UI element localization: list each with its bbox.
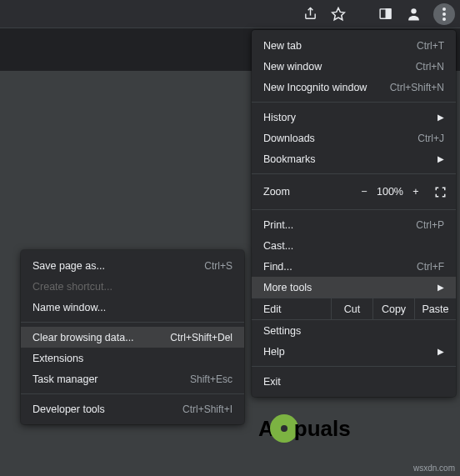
watermark-text: wsxdn.com — [413, 463, 455, 473]
menu-label: New window — [263, 61, 322, 73]
menu-shortcut: Ctrl+T — [417, 40, 444, 52]
fullscreen-icon[interactable] — [428, 186, 452, 198]
menu-label: Cast... — [263, 240, 293, 252]
svg-point-4 — [442, 8, 446, 11]
submenu-save-page[interactable]: Save page as... Ctrl+S — [21, 255, 244, 276]
svg-point-5 — [442, 13, 446, 16]
menu-new-incognito[interactable]: New Incognito window Ctrl+Shift+N — [252, 77, 456, 98]
menu-separator — [252, 366, 456, 367]
chevron-right-icon: ▶ — [438, 154, 444, 163]
menu-shortcut: Ctrl+Shift+Del — [170, 332, 232, 343]
submenu-extensions[interactable]: Extensions — [21, 348, 244, 368]
menu-history[interactable]: History ▶ — [252, 107, 456, 128]
menu-help[interactable]: Help ▶ — [252, 341, 456, 362]
edit-label: Edit — [252, 298, 331, 319]
menu-label: Help — [263, 346, 285, 358]
brand-text: puals — [294, 416, 351, 442]
menu-label: Create shortcut... — [32, 281, 112, 293]
menu-shortcut: Shift+Esc — [190, 373, 232, 385]
menu-shortcut: Ctrl+F — [417, 261, 444, 273]
zoom-value: 100% — [376, 182, 404, 202]
menu-shortcut: Ctrl+N — [416, 61, 444, 73]
menu-find[interactable]: Find... Ctrl+F — [252, 256, 456, 277]
menu-label: Name window... — [32, 302, 106, 313]
menu-label: History — [263, 112, 296, 123]
menu-label: Settings — [263, 325, 301, 337]
menu-edit-row: Edit Cut Copy Paste — [252, 298, 456, 320]
svg-point-6 — [442, 18, 446, 21]
menu-more-tools[interactable]: More tools ▶ — [252, 277, 456, 298]
brand-logo: A puals — [258, 414, 351, 443]
submenu-clear-browsing-data[interactable]: Clear browsing data... Ctrl+Shift+Del — [21, 327, 244, 348]
menu-label: Find... — [263, 261, 292, 273]
submenu-name-window[interactable]: Name window... — [21, 297, 244, 318]
menu-separator — [21, 322, 244, 323]
share-icon[interactable] — [302, 6, 318, 23]
menu-separator — [252, 102, 456, 103]
menu-label: Developer tools — [32, 403, 105, 415]
menu-label: Task manager — [32, 373, 98, 385]
menu-shortcut: Ctrl+Shift+N — [390, 82, 444, 93]
more-tools-submenu: Save page as... Ctrl+S Create shortcut..… — [21, 250, 244, 424]
menu-label: New Incognito window — [263, 82, 367, 93]
chevron-right-icon: ▶ — [438, 113, 444, 122]
menu-label: Exit — [263, 376, 281, 388]
menu-downloads[interactable]: Downloads Ctrl+J — [252, 128, 456, 148]
menu-shortcut: Ctrl+S — [204, 260, 232, 272]
bookmark-star-icon[interactable] — [330, 6, 347, 23]
submenu-developer-tools[interactable]: Developer tools Ctrl+Shift+I — [21, 398, 244, 419]
svg-rect-2 — [386, 9, 391, 18]
menu-label: Bookmarks — [263, 153, 316, 165]
zoom-in-button[interactable]: + — [404, 186, 428, 198]
browser-toolbar — [0, 0, 460, 28]
menu-bookmarks[interactable]: Bookmarks ▶ — [252, 148, 456, 169]
menu-zoom-row: Zoom − 100% + — [252, 178, 456, 205]
zoom-label: Zoom — [263, 186, 352, 198]
chevron-right-icon: ▶ — [438, 283, 444, 292]
menu-shortcut: Ctrl+Shift+I — [182, 403, 232, 415]
sidepanel-icon[interactable] — [377, 6, 393, 23]
menu-label: Print... — [263, 219, 293, 231]
menu-label: Clear browsing data... — [32, 332, 134, 343]
menu-new-tab[interactable]: New tab Ctrl+T — [252, 35, 456, 56]
kebab-menu-icon[interactable] — [433, 3, 455, 25]
submenu-create-shortcut: Create shortcut... — [21, 276, 244, 297]
chrome-main-menu: New tab Ctrl+T New window Ctrl+N New Inc… — [252, 30, 456, 397]
menu-label: Save page as... — [32, 260, 105, 272]
svg-point-3 — [411, 8, 416, 13]
menu-new-window[interactable]: New window Ctrl+N — [252, 56, 456, 77]
menu-label: New tab — [263, 40, 302, 52]
menu-cast[interactable]: Cast... — [252, 235, 456, 256]
menu-label: More tools — [263, 282, 312, 293]
menu-shortcut: Ctrl+J — [418, 133, 444, 144]
zoom-out-button[interactable]: − — [352, 186, 376, 198]
edit-cut-button[interactable]: Cut — [331, 298, 372, 319]
menu-settings[interactable]: Settings — [252, 320, 456, 341]
menu-shortcut: Ctrl+P — [416, 219, 444, 231]
svg-marker-0 — [332, 8, 345, 19]
edit-copy-button[interactable]: Copy — [372, 298, 414, 319]
menu-label: Downloads — [263, 133, 315, 144]
menu-exit[interactable]: Exit — [252, 371, 456, 392]
menu-label: Extensions — [32, 353, 83, 364]
menu-separator — [252, 173, 456, 174]
edit-paste-button[interactable]: Paste — [414, 298, 456, 319]
menu-separator — [21, 393, 244, 394]
submenu-task-manager[interactable]: Task manager Shift+Esc — [21, 368, 244, 389]
chevron-right-icon: ▶ — [438, 347, 444, 356]
profile-icon[interactable] — [405, 6, 422, 23]
menu-separator — [252, 209, 456, 210]
menu-print[interactable]: Print... Ctrl+P — [252, 214, 456, 235]
